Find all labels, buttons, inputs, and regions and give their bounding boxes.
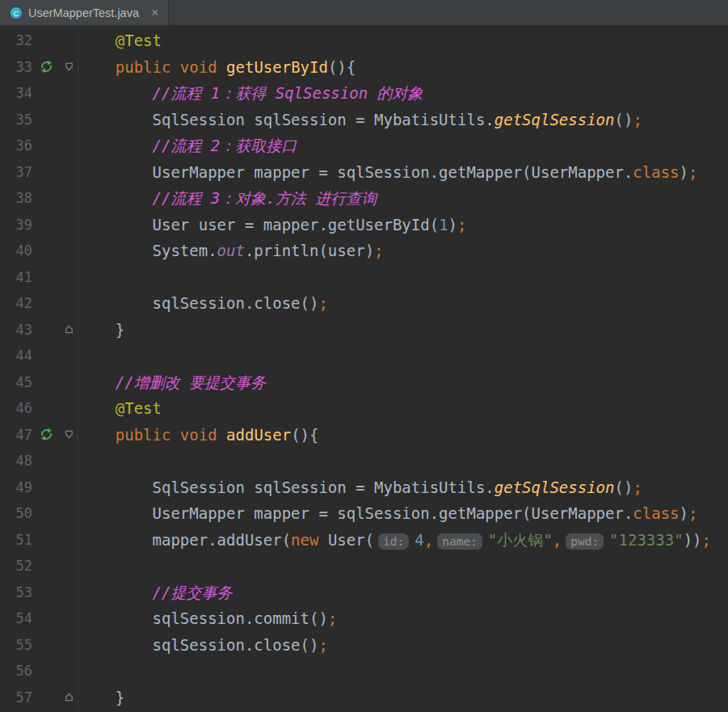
code-line: 43 } (0, 317, 728, 343)
editor-tab-bar: C UserMapperTest.java × (0, 0, 728, 26)
code-text (78, 373, 116, 391)
code-text: () (614, 478, 633, 496)
fold-start-icon[interactable] (61, 61, 76, 73)
line-number: 41 (0, 264, 32, 291)
code-text: UserMapper mapper = sqlSession.getMapper… (78, 163, 633, 181)
line-number: 35 (0, 107, 32, 133)
code-line: 49 SqlSession sqlSession = MybatisUtils.… (0, 474, 728, 501)
code-text (78, 584, 153, 601)
code-text: } (78, 321, 124, 339)
line-number: 38 (0, 185, 32, 212)
line-number: 32 (0, 27, 32, 54)
line-number: 52 (0, 553, 32, 579)
line-number: 50 (0, 500, 32, 527)
run-test-icon[interactable] (38, 60, 54, 74)
code-content: @Test (78, 395, 162, 422)
comment: //流程 1：获得 SqlSession 的对象 (153, 84, 423, 102)
code-content: SqlSession sqlSession = MybatisUtils.get… (78, 474, 642, 501)
code-line: 32 @Test (0, 27, 728, 54)
parameter-name-hint: name: (437, 533, 482, 550)
fold-end-icon[interactable] (61, 691, 76, 703)
close-icon[interactable]: × (151, 6, 158, 19)
gutter: 45 (0, 369, 78, 396)
code-content: User user = mapper.getUserById(1); (78, 212, 466, 238)
punctuation: ; (318, 636, 327, 654)
gutter: 33 (0, 54, 78, 81)
parameter-name-hint: pwd: (566, 533, 604, 550)
code-text (78, 399, 116, 417)
gutter: 54 (0, 605, 78, 632)
code-line: 35 SqlSession sqlSession = MybatisUtils.… (0, 107, 728, 133)
line-number: 39 (0, 212, 32, 238)
gutter: 46 (0, 395, 78, 422)
code-line: 53 //提交事务 (0, 579, 728, 606)
code-content: sqlSession.close(); (78, 290, 328, 317)
gutter: 37 (0, 159, 78, 186)
method-name: addUser (226, 426, 291, 444)
code-content: sqlSession.commit(); (78, 605, 337, 632)
code-line: 50 UserMapper mapper = sqlSession.getMap… (0, 500, 728, 527)
line-number: 46 (0, 395, 32, 422)
svg-text:C: C (14, 8, 19, 17)
line-number: 51 (0, 527, 32, 554)
code-text: () (614, 111, 633, 128)
code-text: sqlSession.close() (78, 636, 318, 654)
line-number: 36 (0, 133, 32, 159)
code-line: 52 (0, 553, 728, 579)
code-content: UserMapper mapper = sqlSession.getMapper… (78, 500, 697, 527)
gutter: 51 (0, 527, 78, 554)
comment: //增删改 要提交事务 (116, 373, 266, 391)
line-number: 55 (0, 632, 32, 659)
fold-end-icon[interactable] (61, 323, 76, 335)
keyword: void (180, 58, 217, 76)
line-number: 57 (0, 685, 32, 711)
gutter: 34 (0, 80, 78, 107)
gutter: 57 (0, 685, 78, 711)
code-line: 57 } (0, 685, 728, 711)
punctuation: ; (374, 242, 383, 259)
code-text (78, 189, 153, 207)
gutter: 49 (0, 474, 78, 501)
code-text: sqlSession.commit() (78, 609, 328, 627)
punctuation: ; (633, 478, 642, 496)
code-line: 36 //流程 2：获取接口 (0, 133, 728, 159)
code-line: 33 public void getUserById(){ (0, 54, 728, 81)
code-text (170, 58, 179, 76)
code-line: 54 sqlSession.commit(); (0, 605, 728, 632)
code-text: mapper.addUser( (78, 531, 291, 549)
gutter: 56 (0, 658, 78, 685)
punctuation: ; (457, 216, 466, 234)
code-line: 41 (0, 264, 728, 291)
code-line: 46 @Test (0, 395, 728, 422)
code-text: } (78, 689, 124, 706)
code-line: 56 (0, 658, 728, 685)
gutter: 38 (0, 185, 78, 212)
static-field: out (217, 242, 245, 259)
line-number: 43 (0, 317, 32, 343)
punctuation: ; (328, 609, 337, 627)
code-text: User user = mapper.getUserById( (78, 216, 439, 234)
tab-usermappertest[interactable]: C UserMapperTest.java × (0, 0, 169, 25)
code-content: //流程 3：对象.方法 进行查询 (78, 185, 377, 212)
run-test-icon[interactable] (38, 428, 54, 441)
keyword: class (633, 163, 679, 181)
fold-start-icon[interactable] (61, 428, 76, 440)
gutter: 53 (0, 579, 78, 606)
code-content: UserMapper mapper = sqlSession.getMapper… (78, 159, 697, 186)
number-literal: 4 (414, 531, 423, 549)
line-number: 49 (0, 474, 32, 501)
line-number: 53 (0, 579, 32, 606)
gutter: 36 (0, 133, 78, 159)
code-text: UserMapper mapper = sqlSession.getMapper… (78, 504, 633, 522)
line-number: 44 (0, 343, 32, 369)
gutter: 42 (0, 290, 78, 317)
line-number: 33 (0, 54, 32, 81)
ide-window: C UserMapperTest.java × 32 @Test33 publi… (0, 0, 728, 712)
gutter: 55 (0, 632, 78, 659)
annotation: @Test (116, 399, 162, 417)
line-number: 42 (0, 290, 32, 317)
punctuation: ; (318, 294, 327, 312)
code-content: //提交事务 (78, 579, 232, 606)
code-editor[interactable]: 32 @Test33 public void getUserById(){34 … (0, 26, 728, 712)
code-line: 42 sqlSession.close(); (0, 290, 728, 317)
